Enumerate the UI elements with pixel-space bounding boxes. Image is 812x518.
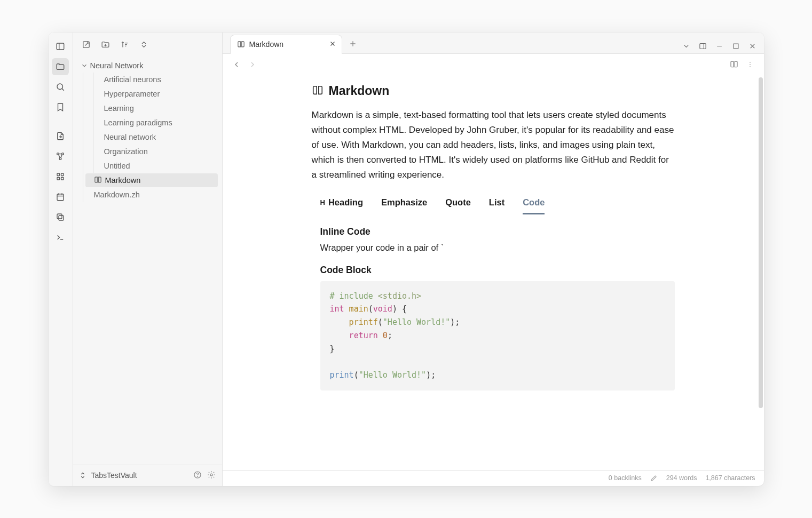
tree-folder[interactable]: Neural Network (73, 59, 219, 72)
close-icon[interactable] (329, 40, 336, 49)
sidebar-header (73, 33, 222, 57)
close-window-icon[interactable] (748, 42, 756, 50)
tab-emphasize[interactable]: Emphasize (381, 194, 427, 213)
help-icon[interactable] (193, 471, 203, 480)
sort-icon[interactable] (117, 37, 133, 53)
doc-title: Markdown (329, 84, 390, 98)
graph-icon[interactable] (52, 148, 69, 165)
nav-forward-icon[interactable] (248, 60, 257, 69)
panel-right-icon[interactable] (699, 42, 707, 50)
svg-rect-20 (57, 214, 62, 219)
code-block-heading: Code Block (320, 265, 675, 276)
word-count[interactable]: 294 words (666, 474, 697, 482)
svg-rect-39 (734, 44, 738, 49)
doc-intro: Markdown is a simple, text-based formatt… (312, 108, 675, 182)
import-file-icon[interactable] (52, 127, 69, 145)
book-icon (237, 41, 245, 49)
svg-rect-0 (57, 43, 64, 50)
svg-line-8 (59, 154, 60, 157)
tree-item[interactable]: Untitled (96, 159, 218, 173)
document: Markdown Markdown is a simple, text-base… (301, 84, 685, 391)
left-ribbon (49, 33, 73, 486)
sidebar-footer: TabsTestVault (73, 465, 222, 486)
vault-name[interactable]: TabsTestVault (91, 471, 137, 480)
scrollbar[interactable] (759, 77, 763, 408)
bookmark-icon[interactable] (52, 99, 69, 116)
tab-markdown[interactable]: Markdown (230, 35, 342, 54)
tab-label: Markdown (249, 40, 284, 49)
chevron-down-icon (81, 62, 88, 69)
tree-item[interactable]: Organization (96, 145, 218, 158)
backlinks-count[interactable]: 0 backlinks (609, 474, 642, 482)
minimize-icon[interactable] (715, 42, 723, 50)
panel-left-icon[interactable] (52, 38, 69, 55)
new-folder-icon[interactable] (98, 37, 114, 53)
tree-children: Artificial neurons Hyperparameter Learni… (83, 73, 219, 202)
tab-list[interactable]: List (489, 194, 504, 213)
file-sidebar: Neural Network Artificial neurons Hyperp… (73, 33, 223, 486)
svg-rect-19 (59, 216, 64, 220)
window-controls (682, 42, 764, 50)
svg-line-9 (61, 154, 62, 157)
search-icon[interactable] (52, 78, 69, 95)
book-icon (94, 176, 102, 184)
reading-mode-icon[interactable] (730, 60, 738, 69)
app-window: Neural Network Artificial neurons Hyperp… (49, 33, 764, 486)
svg-rect-15 (57, 194, 64, 200)
calendar-icon[interactable] (52, 188, 69, 205)
editor-toolbar (223, 54, 764, 75)
svg-rect-14 (61, 177, 64, 180)
folder-label: Neural Network (90, 61, 144, 70)
chevron-down-icon[interactable] (682, 42, 690, 50)
tree-item[interactable]: Markdown.zh (85, 188, 218, 202)
svg-point-31 (210, 474, 212, 476)
grid-icon[interactable] (52, 168, 69, 185)
terminal-icon[interactable] (52, 229, 69, 246)
svg-point-30 (197, 476, 198, 477)
svg-point-42 (750, 62, 751, 63)
code-block: # include <stdio.h> int main(void) { pri… (320, 281, 675, 391)
tree-item[interactable]: Hyperparameter (96, 87, 218, 101)
svg-point-43 (750, 64, 751, 65)
more-icon[interactable] (746, 60, 754, 69)
svg-rect-12 (61, 173, 64, 176)
collapse-icon[interactable] (136, 37, 152, 53)
folder-icon[interactable] (52, 58, 69, 75)
svg-rect-11 (57, 173, 60, 176)
tab-code[interactable]: Code (523, 194, 545, 214)
inline-code-text: Wrapper your code in a pair of ` (320, 243, 675, 253)
copy-icon[interactable] (52, 209, 69, 226)
editor-content[interactable]: Markdown Markdown is a simple, text-base… (223, 75, 764, 470)
tab-bar: Markdown (223, 33, 764, 54)
settings-icon[interactable] (207, 471, 217, 480)
maximize-icon[interactable] (732, 42, 740, 50)
svg-line-3 (62, 89, 64, 91)
status-bar: 0 backlinks 294 words 1,867 characters (223, 470, 764, 486)
vault-switcher-icon[interactable] (78, 471, 87, 480)
tab-quote[interactable]: Quote (445, 194, 471, 213)
tab-heading[interactable]: HHeading (320, 194, 363, 213)
svg-point-44 (750, 66, 751, 67)
tree-item[interactable]: Learning paradigms (96, 116, 218, 130)
book-icon (312, 85, 324, 97)
tree-item-markdown[interactable]: Markdown (85, 173, 218, 187)
doc-title-row: Markdown (312, 84, 675, 98)
main-pane: Markdown Markdown (223, 33, 764, 486)
content-tabs: HHeading Emphasize Quote List Code (320, 194, 675, 213)
tree-item[interactable]: Artificial neurons (96, 73, 218, 86)
add-tab-button[interactable] (345, 36, 360, 51)
inline-code-heading: Inline Code (320, 226, 675, 237)
tree-item[interactable]: Learning (96, 101, 218, 115)
svg-rect-36 (699, 43, 705, 49)
new-note-icon[interactable] (78, 37, 94, 53)
char-count[interactable]: 1,867 characters (705, 474, 755, 482)
svg-rect-13 (57, 177, 60, 180)
nav-back-icon[interactable] (232, 60, 241, 69)
edit-mode-icon[interactable] (650, 474, 658, 482)
file-tree: Neural Network Artificial neurons Hyperp… (73, 57, 222, 465)
svg-point-2 (57, 84, 63, 90)
tree-item[interactable]: Neural network (96, 130, 218, 144)
